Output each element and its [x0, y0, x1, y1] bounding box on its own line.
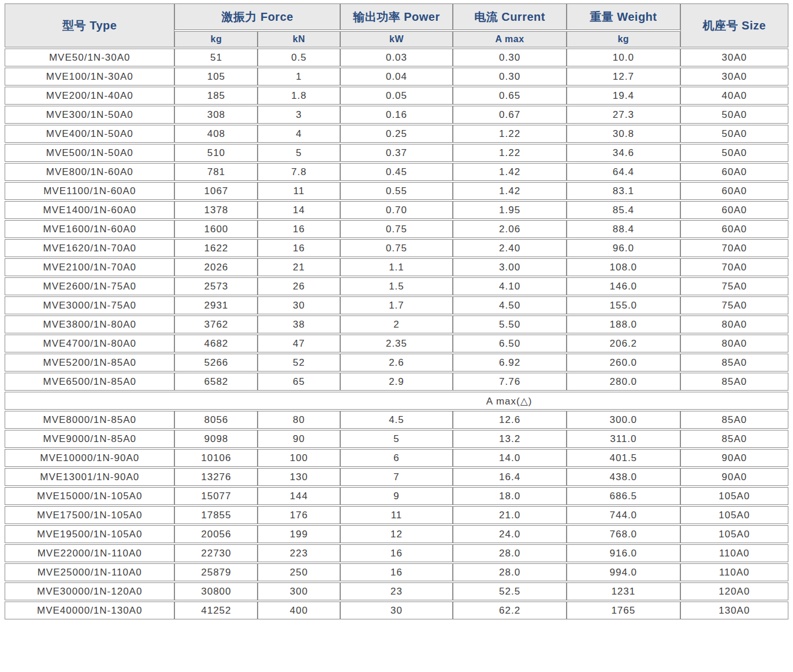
table-row: MVE17500/1N-105A0178551761121.0744.0105A… [5, 506, 788, 524]
cell-force-kg: 2931 [174, 296, 258, 314]
header-size: 机座号 Size [680, 3, 788, 47]
table-row: MVE15000/1N-105A015077144918.0686.5105A0 [5, 487, 788, 505]
unit-force-kg: kg [174, 31, 258, 47]
cell-power-kw: 2.35 [340, 335, 453, 352]
cell-power-kw: 1.5 [340, 277, 453, 295]
cell-size: 50A0 [680, 106, 788, 124]
cell-type: MVE1620/1N-70A0 [5, 239, 174, 257]
cell-weight-kg: 260.0 [567, 354, 680, 372]
cell-force-kg: 13276 [174, 468, 258, 486]
cell-current-amax: 6.50 [453, 335, 567, 352]
amax-delta-separator-row: A max(△) [5, 392, 788, 410]
cell-force-kn: 30 [258, 296, 340, 314]
cell-current-amax: 1.42 [453, 182, 567, 200]
cell-force-kn: 400 [258, 602, 340, 619]
cell-force-kg: 105 [174, 68, 258, 86]
cell-weight-kg: 146.0 [567, 277, 680, 295]
table-row: MVE3000/1N-75A02931301.74.50155.075A0 [5, 296, 788, 314]
header-power: 输出功率 Power [340, 3, 453, 30]
cell-size: 70A0 [680, 239, 788, 257]
cell-type: MVE13001/1N-90A0 [5, 468, 174, 486]
cell-weight-kg: 188.0 [567, 315, 680, 333]
cell-power-kw: 0.37 [340, 144, 453, 162]
cell-size: 85A0 [680, 373, 788, 391]
cell-force-kg: 1622 [174, 239, 258, 257]
cell-force-kg: 25879 [174, 563, 258, 581]
cell-type: MVE800/1N-60A0 [5, 163, 174, 181]
cell-size: 80A0 [680, 335, 788, 352]
cell-size: 85A0 [680, 354, 788, 372]
unit-weight-kg: kg [567, 31, 680, 47]
cell-force-kg: 1600 [174, 220, 258, 238]
cell-type: MVE9000/1N-85A0 [5, 430, 174, 448]
cell-weight-kg: 438.0 [567, 468, 680, 486]
table-row: MVE1600/1N-60A01600160.752.0688.460A0 [5, 220, 788, 238]
cell-power-kw: 0.05 [340, 87, 453, 105]
cell-current-amax: 62.2 [453, 602, 567, 619]
cell-type: MVE3000/1N-75A0 [5, 296, 174, 314]
cell-power-kw: 0.55 [340, 182, 453, 200]
cell-power-kw: 0.25 [340, 125, 453, 143]
table-row: MVE1100/1N-60A01067110.551.4283.160A0 [5, 182, 788, 200]
cell-weight-kg: 19.4 [567, 87, 680, 105]
amax-delta-label: A max(△) [486, 395, 533, 407]
cell-force-kg: 1067 [174, 182, 258, 200]
cell-current-amax: 14.0 [453, 449, 567, 467]
cell-force-kn: 65 [258, 373, 340, 391]
cell-type: MVE1100/1N-60A0 [5, 182, 174, 200]
cell-size: 105A0 [680, 506, 788, 524]
table-header: 型号 Type 激振力 Force 输出功率 Power 电流 Current … [5, 3, 788, 47]
cell-force-kg: 5266 [174, 354, 258, 372]
cell-current-amax: 1.42 [453, 163, 567, 181]
amax-delta-separator-cell: A max(△) [5, 392, 788, 410]
cell-power-kw: 0.75 [340, 220, 453, 238]
cell-power-kw: 1.7 [340, 296, 453, 314]
cell-weight-kg: 85.4 [567, 201, 680, 219]
cell-size: 50A0 [680, 144, 788, 162]
cell-type: MVE17500/1N-105A0 [5, 506, 174, 524]
table-row: MVE13001/1N-90A013276130716.4438.090A0 [5, 468, 788, 486]
unit-power-kw: kW [340, 31, 453, 47]
unit-force-kn: kN [258, 31, 340, 47]
cell-weight-kg: 10.0 [567, 49, 680, 66]
cell-current-amax: 3.00 [453, 258, 567, 276]
table-body: MVE50/1N-30A0510.50.030.3010.030A0MVE100… [5, 49, 788, 619]
cell-type: MVE10000/1N-90A0 [5, 449, 174, 467]
cell-force-kn: 223 [258, 544, 340, 562]
cell-weight-kg: 280.0 [567, 373, 680, 391]
table-row: MVE2600/1N-75A02573261.54.10146.075A0 [5, 277, 788, 295]
cell-power-kw: 0.04 [340, 68, 453, 86]
cell-weight-kg: 30.8 [567, 125, 680, 143]
cell-force-kg: 8056 [174, 411, 258, 429]
cell-current-amax: 6.92 [453, 354, 567, 372]
cell-current-amax: 12.6 [453, 411, 567, 429]
cell-force-kn: 7.8 [258, 163, 340, 181]
cell-force-kn: 250 [258, 563, 340, 581]
cell-current-amax: 28.0 [453, 544, 567, 562]
table-row: MVE1400/1N-60A01378140.701.9585.460A0 [5, 201, 788, 219]
cell-weight-kg: 744.0 [567, 506, 680, 524]
unit-current-amax: A max [453, 31, 567, 47]
cell-force-kg: 2573 [174, 277, 258, 295]
cell-size: 60A0 [680, 182, 788, 200]
cell-size: 50A0 [680, 125, 788, 143]
cell-type: MVE5200/1N-85A0 [5, 354, 174, 372]
cell-force-kn: 16 [258, 239, 340, 257]
table-row: MVE500/1N-50A051050.371.2234.650A0 [5, 144, 788, 162]
cell-size: 85A0 [680, 430, 788, 448]
table-row: MVE19500/1N-105A0200561991224.0768.0105A… [5, 525, 788, 543]
cell-current-amax: 13.2 [453, 430, 567, 448]
cell-current-amax: 0.67 [453, 106, 567, 124]
cell-power-kw: 23 [340, 582, 453, 600]
cell-force-kn: 47 [258, 335, 340, 352]
table-row: MVE8000/1N-85A08056804.512.6300.085A0 [5, 411, 788, 429]
cell-weight-kg: 311.0 [567, 430, 680, 448]
cell-type: MVE300/1N-50A0 [5, 106, 174, 124]
cell-type: MVE1600/1N-60A0 [5, 220, 174, 238]
cell-size: 85A0 [680, 411, 788, 429]
cell-force-kg: 9098 [174, 430, 258, 448]
cell-force-kg: 17855 [174, 506, 258, 524]
cell-size: 75A0 [680, 296, 788, 314]
cell-size: 70A0 [680, 258, 788, 276]
cell-power-kw: 16 [340, 563, 453, 581]
